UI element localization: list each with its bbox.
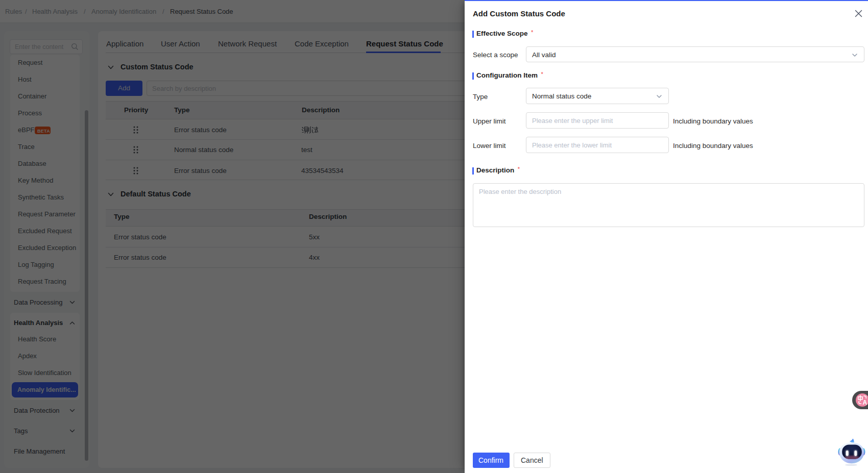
- svg-text:A: A: [862, 399, 867, 406]
